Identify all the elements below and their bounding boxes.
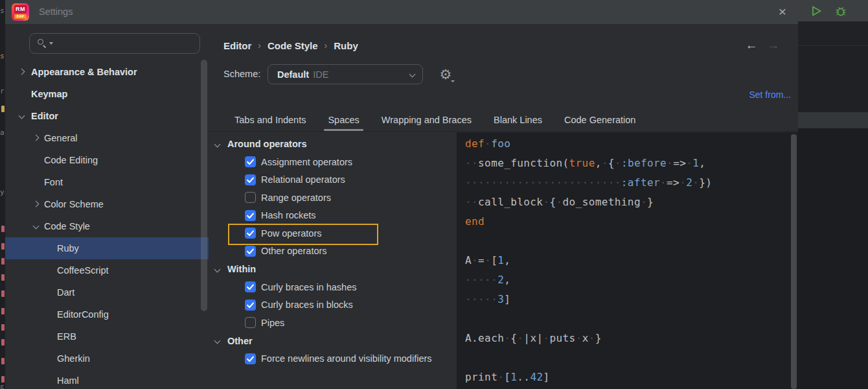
tab-code-generation[interactable]: Code Generation (564, 115, 635, 131)
sidebar-item-editor[interactable]: Editor (5, 105, 209, 127)
sidebar-item-editorconfig[interactable]: EditorConfig (5, 303, 209, 325)
checkbox-curly-braces-in-hashes[interactable] (245, 281, 256, 292)
checkbox-pow-operators[interactable] (245, 228, 256, 239)
background-editor-fragment (1, 243, 5, 250)
background-editor-fragment (1, 226, 5, 232)
breadcrumb-separator-icon: › (258, 40, 261, 51)
tab-blank-lines[interactable]: Blank Lines (494, 115, 542, 131)
checkbox-label: Assignment operators (261, 157, 352, 167)
sidebar-item-general[interactable]: General (5, 127, 209, 149)
forward-arrow-icon: → (765, 37, 782, 54)
sidebar-item-erb[interactable]: ERB (5, 325, 209, 348)
checkbox-force-newlines-around-visibility-modifiers[interactable] (245, 353, 256, 364)
code-line (465, 231, 798, 251)
sidebar-item-label: Color Scheme (44, 199, 104, 209)
sidebar-item-label: Code Editing (44, 155, 98, 165)
option-group-around-operators[interactable]: Around operators (209, 135, 457, 153)
scheme-gear-icon[interactable]: ⚙ (437, 66, 455, 83)
option-row-force-newlines-around-visibility-modifiers: Force newlines around visibility modifie… (209, 350, 457, 368)
checkbox-assignment-operators[interactable] (245, 156, 256, 167)
checkbox-curly-braces-in-blocks[interactable] (245, 300, 256, 311)
sidebar-item-label: Font (44, 177, 63, 187)
search-options-chevron-icon[interactable] (49, 42, 53, 45)
settings-tree: Appearance & BehaviorKeymapEditorGeneral… (5, 58, 209, 389)
settings-dialog: RM EAP Settings × Appearance & BehaviorK… (5, 0, 798, 389)
run-icon[interactable] (810, 5, 823, 18)
breadcrumb-ruby[interactable]: Ruby (334, 40, 358, 51)
close-icon[interactable]: × (773, 3, 792, 21)
sidebar-item-keymap[interactable]: Keymap (5, 83, 209, 105)
checkbox-label: Pow operators (261, 228, 322, 239)
checkbox-label: Pipes (261, 318, 284, 328)
tab-wrapping-and-braces[interactable]: Wrapping and Braces (382, 115, 472, 131)
sidebar-item-code-editing[interactable]: Code Editing (5, 149, 209, 171)
breadcrumb-editor[interactable]: Editor (223, 40, 251, 51)
breadcrumb-code-style[interactable]: Code Style (268, 40, 318, 51)
checkbox-pipes[interactable] (245, 317, 256, 328)
option-group-title: Within (227, 264, 256, 274)
background-editor-fragment: ε (0, 383, 5, 389)
chevron-down-icon[interactable] (214, 266, 221, 272)
code-line: ·····2, (465, 270, 798, 290)
option-group-other[interactable]: Other (209, 332, 457, 350)
code-line (465, 348, 798, 368)
chevron-down-icon[interactable] (214, 141, 221, 147)
sidebar-item-label: Gherkin (57, 353, 90, 364)
code-line (465, 309, 798, 329)
option-row-curly-braces-in-hashes: Curly braces in hashes (209, 278, 457, 296)
sidebar-scrollbar-thumb[interactable] (201, 60, 207, 311)
set-from-link[interactable]: Set from... (713, 89, 791, 100)
settings-search-box[interactable] (29, 33, 200, 54)
chevron-right-icon[interactable] (19, 69, 25, 75)
background-editor-fragment (1, 339, 5, 346)
option-row-relational-operators: Relational operators (209, 171, 457, 189)
scheme-value: Default (277, 69, 309, 80)
background-editor-fragment (1, 290, 5, 297)
search-input[interactable] (55, 34, 200, 53)
background-editor-fragment: a (0, 128, 5, 137)
breadcrumb: Editor › Code Style › Ruby (223, 38, 358, 53)
code-line: A·=·[1, (465, 251, 798, 270)
sidebar-item-dart[interactable]: Dart (5, 281, 209, 303)
chevron-down-icon[interactable] (33, 223, 40, 230)
logo-rm-text: RM (14, 5, 27, 13)
chevron-down-icon[interactable] (214, 338, 221, 344)
background-editor-fragment (1, 258, 5, 265)
sidebar-item-label: EditorConfig (57, 309, 109, 320)
sidebar-item-color-scheme[interactable]: Color Scheme (5, 193, 209, 215)
debug-icon[interactable] (834, 5, 847, 18)
checkbox-other-operators[interactable] (245, 246, 256, 257)
tab-spaces[interactable]: Spaces (328, 115, 359, 131)
sidebar-item-code-style[interactable]: Code Style (5, 215, 209, 237)
sidebar-item-gherkin[interactable]: Gherkin (5, 348, 209, 370)
background-editor-fragment (1, 274, 5, 281)
checkbox-label: Curly braces in blocks (261, 300, 353, 310)
breadcrumb-separator-icon: › (325, 40, 328, 51)
chevron-down-icon (409, 71, 416, 78)
background-editor-fragment: y (0, 188, 5, 196)
chevron-right-icon[interactable] (33, 135, 40, 141)
sidebar-item-appearance-behavior[interactable]: Appearance & Behavior (5, 61, 209, 83)
back-arrow-icon[interactable]: ← (743, 37, 760, 54)
sidebar-item-ruby[interactable]: Ruby (5, 237, 209, 259)
checkbox-relational-operators[interactable] (245, 174, 256, 185)
scheme-select[interactable]: Default IDE (268, 64, 423, 84)
option-group-title: Other (227, 336, 253, 346)
background-editor-fragment: s, (0, 6, 5, 15)
window-title: Settings (39, 0, 73, 24)
background-editor-fragment (1, 376, 5, 383)
checkbox-hash-rockets[interactable] (245, 210, 256, 221)
checkbox-label: Curly braces in hashes (261, 282, 357, 292)
chevron-down-icon[interactable] (19, 113, 25, 119)
checkbox-range-operators[interactable] (245, 192, 256, 203)
sidebar-item-haml[interactable]: Haml (5, 370, 209, 389)
option-group-within[interactable]: Within (209, 260, 457, 278)
chevron-right-icon[interactable] (33, 201, 40, 207)
tab-tabs-and-indents[interactable]: Tabs and Indents (234, 115, 306, 131)
option-row-assignment-operators: Assignment operators (209, 153, 457, 171)
sidebar-item-coffeescript[interactable]: CoffeeScript (5, 259, 209, 281)
code-preview-scrollbar-thumb[interactable] (791, 134, 797, 389)
sidebar-item-label: Dart (57, 287, 74, 298)
sidebar-item-label: General (44, 133, 78, 143)
sidebar-item-font[interactable]: Font (5, 171, 209, 193)
